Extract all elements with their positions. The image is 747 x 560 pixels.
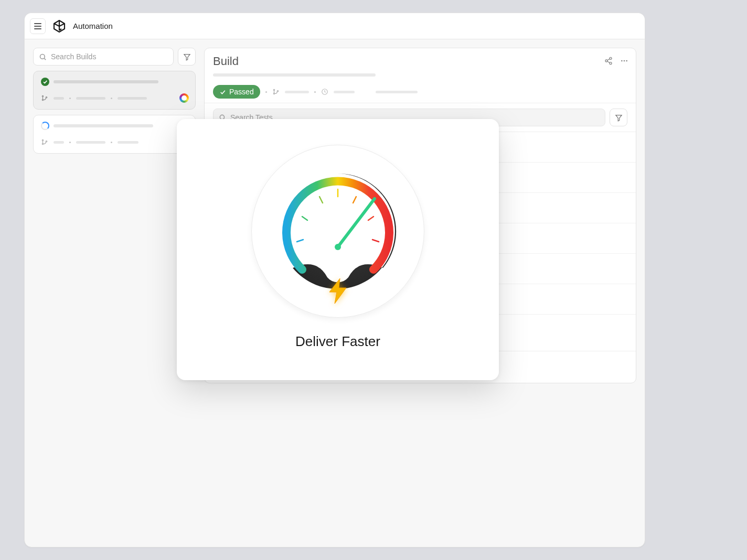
svg-point-18 [273,93,274,94]
svg-point-14 [621,60,623,62]
svg-point-33 [335,244,341,250]
placeholder-line [54,97,64,100]
status-label: Passed [229,88,254,96]
filter-icon [183,53,191,61]
app-window: Automation Search Builds [24,13,645,547]
search-builds-input[interactable]: Search Builds [33,48,174,66]
svg-line-31 [372,240,379,242]
separator-dot [111,98,112,99]
separator-dot [69,142,71,143]
clock-icon [321,88,328,95]
svg-line-29 [353,197,356,203]
placeholder-line [54,141,64,144]
branch-icon [272,88,280,95]
svg-marker-34 [329,278,346,304]
svg-line-27 [319,197,323,203]
svg-marker-2 [184,54,189,60]
gauge-illustration [251,145,424,318]
lightning-icon [326,277,349,305]
svg-point-10 [605,60,607,62]
placeholder-line [118,97,147,100]
search-icon [39,53,47,61]
build-header: Build Passed [205,48,636,103]
placeholder-line [54,124,153,127]
placeholder-line [376,91,418,93]
separator-dot [111,142,112,143]
separator-dot [265,91,267,93]
app-header: Automation [25,13,645,39]
svg-line-12 [607,59,610,60]
builds-sidebar: Search Builds [33,48,196,154]
filter-tests-button[interactable] [610,109,627,126]
svg-line-32 [338,199,375,247]
placeholder-line [118,141,138,144]
build-title: Build [213,55,627,68]
filter-builds-button[interactable] [178,48,196,66]
svg-point-6 [42,139,43,141]
modal-heading: Deliver Faster [295,333,380,350]
svg-line-26 [302,217,307,220]
share-icon[interactable] [604,57,613,65]
loading-icon [41,122,49,130]
placeholder-line [213,73,376,77]
color-wheel-icon [179,93,189,103]
search-builds-placeholder: Search Builds [51,52,96,61]
svg-line-13 [607,61,610,63]
svg-point-17 [273,89,274,90]
app-logo-icon [52,19,67,34]
svg-marker-23 [615,115,621,121]
svg-line-25 [297,240,303,242]
filter-icon [615,114,623,122]
placeholder-line [285,91,309,93]
svg-point-15 [624,60,625,62]
build-card-1[interactable] [33,71,196,110]
branch-icon [41,138,48,146]
menu-button[interactable] [30,18,46,34]
svg-line-30 [368,217,374,220]
svg-point-11 [610,62,612,64]
svg-point-0 [40,54,45,59]
svg-point-7 [42,143,43,144]
build-card-2[interactable] [33,115,196,154]
branch-icon [41,94,48,102]
svg-point-16 [626,60,627,62]
svg-line-1 [44,58,46,60]
separator-dot [69,98,71,99]
deliver-faster-modal: Deliver Faster [177,119,499,380]
placeholder-line [334,91,355,93]
page-title: Automation [73,21,113,30]
more-icon[interactable] [620,57,628,65]
svg-point-3 [42,95,43,96]
placeholder-line [76,141,105,144]
check-icon [41,78,49,86]
placeholder-line [54,80,158,83]
svg-point-9 [610,57,612,59]
placeholder-line [76,97,105,100]
status-badge: Passed [213,85,260,99]
check-icon [219,89,226,95]
svg-point-4 [42,99,43,100]
separator-dot [314,91,316,93]
